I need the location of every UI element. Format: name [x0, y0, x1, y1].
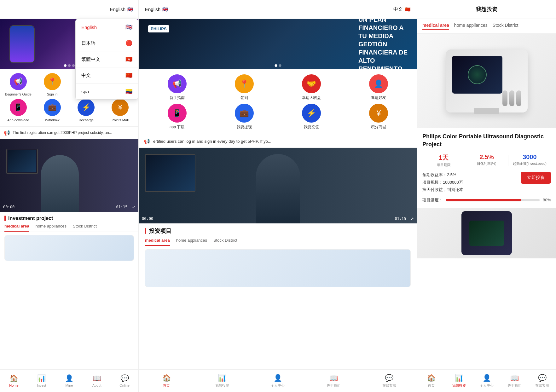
icon-circle-points: ¥ — [112, 99, 129, 116]
device2-screen — [469, 221, 504, 246]
icon-points-mall[interactable]: ¥ Points Mall — [104, 99, 136, 122]
icon-beginners-guide[interactable]: 📢 Beginner's Guide — [3, 73, 34, 96]
icon-mid-points[interactable]: ¥ 积分商城 — [347, 104, 411, 130]
stat-min: 3000 起购金额(invest.peso) — [508, 153, 551, 167]
dot-3 — [72, 64, 75, 67]
left-panel: English 🇬🇧 English 🇬🇧 日本語 🔴 繁體中文 🇭🇰 中文 🇨… — [0, 0, 139, 392]
lang-button-left[interactable]: English 🇬🇧 — [110, 7, 133, 12]
device2 — [461, 211, 512, 255]
nav-mine-right[interactable]: 👤 个人中心 — [473, 374, 501, 388]
monitor-left — [6, 149, 38, 174]
nav-label-home-right: 首页 — [428, 383, 435, 388]
banner-dots-mid — [275, 64, 281, 67]
invest-now-button[interactable]: 立即投资 — [521, 172, 551, 184]
nav-online-left[interactable]: 💬 Online — [111, 374, 138, 387]
lang-btn-mid-right[interactable]: 中文 🇨🇳 — [393, 6, 411, 12]
nav-online-right[interactable]: 💬 在线客服 — [528, 374, 556, 388]
nav-label-mine-right: 个人中心 — [480, 383, 494, 388]
lang-option-english[interactable]: English 🇬🇧 — [76, 19, 138, 35]
invest-tab-appliances-left[interactable]: home appliances — [36, 224, 67, 232]
nav-about-left[interactable]: 📖 About — [83, 374, 111, 387]
dot-mid-2 — [279, 64, 281, 67]
online-icon-left: 💬 — [120, 374, 129, 383]
icon-label-mid-withdraw: 我要提现 — [237, 124, 252, 130]
icon-withdraw[interactable]: 💼 Withdraw — [37, 99, 68, 122]
lang-dropdown-left[interactable]: English 🇬🇧 日本語 🔴 繁體中文 🇭🇰 中文 🇨🇳 spa 🇨🇴 — [75, 19, 138, 100]
invest-tab-stock-left[interactable]: Stock District — [73, 224, 97, 232]
invest-tabs-mid: medical area home appliances Stock Distr… — [139, 238, 417, 246]
icon-circle-withdraw: 💼 — [44, 99, 61, 116]
icon-circle-recharge: ⚡ — [78, 99, 95, 116]
bottom-nav-mid: 🏠 首页 📊 我想投资 👤 个人中心 📖 关于我们 💬 在线客服 — [139, 369, 417, 392]
cat-tab-medical-right[interactable]: medical area — [422, 23, 449, 30]
nav-invest-right[interactable]: 📊 我想投资 — [445, 374, 473, 388]
cat-tab-appliances-right[interactable]: home appliances — [454, 23, 488, 30]
icon-label-mid-guide: 新手指南 — [170, 95, 185, 101]
icon-mid-recharge[interactable]: ⚡ 我要充值 — [280, 104, 344, 130]
invest-icon-left: 📊 — [37, 374, 46, 383]
nav-mine-mid[interactable]: 👤 个人中心 — [250, 374, 306, 388]
product-card-left[interactable] — [4, 235, 134, 261]
probe-3 — [516, 90, 521, 106]
dot-2 — [68, 64, 71, 67]
nav-invest-mid[interactable]: 📊 我想投资 — [194, 374, 250, 388]
nav-label-home-mid: 首页 — [163, 383, 170, 388]
lang-label-left: English — [110, 7, 125, 12]
mine-icon-left: 👤 — [65, 374, 73, 383]
person-silhouette-left — [41, 155, 79, 212]
nav-mine-left[interactable]: 👤 Mine — [55, 374, 83, 387]
nav-home-left[interactable]: 🏠 Home — [0, 374, 28, 387]
nav-invest-left[interactable]: 📊 Invest — [28, 374, 55, 387]
icon-app-download[interactable]: 📱 App download — [3, 99, 34, 122]
cat-tab-stock-right[interactable]: Stock District — [493, 23, 518, 30]
nav-label-online-left: Online — [119, 383, 130, 387]
icon-label-mid-points: 积分商城 — [371, 124, 386, 130]
lang-option-traditional[interactable]: 繁體中文 🇭🇰 — [76, 51, 138, 67]
lang-option-chinese[interactable]: 中文 🇨🇳 — [76, 67, 138, 84]
icon-mid-signin[interactable]: 📍 签到 — [212, 74, 276, 101]
probe-2 — [509, 90, 514, 106]
invest-tab-medical-mid[interactable]: medical area — [145, 238, 170, 246]
stat-min-value: 3000 — [508, 153, 551, 161]
mid-panel: English 🇬🇧 中文 🇨🇳 PHILIPS UN PLANFINANCIE… — [139, 0, 417, 392]
cat-tabs-right: medical area home appliances Stock Distr… — [417, 19, 556, 34]
lang-option-label-tw: 繁體中文 — [81, 56, 100, 62]
icon-circle-mid-app: 📱 — [168, 104, 187, 123]
icon-mid-invite[interactable]: 👤 邀请好友 — [347, 74, 411, 101]
icon-recharge[interactable]: ⚡ Recharge — [71, 99, 102, 122]
nav-online-mid[interactable]: 💬 在线客服 — [361, 374, 417, 388]
announcement-left: 📢 The first registration can get 2000PHP… — [0, 126, 138, 139]
device-screen-content — [452, 56, 502, 94]
bottom-nav-right: 🏠 首页 📊 我想投资 👤 个人中心 📖 关于我们 💬 在线客服 — [417, 369, 556, 392]
nav-about-right[interactable]: 📖 关于我们 — [501, 374, 528, 388]
nav-about-mid[interactable]: 📖 关于我们 — [306, 374, 362, 388]
invest-tab-stock-mid[interactable]: Stock District — [213, 238, 237, 246]
product-image2-right — [417, 208, 556, 258]
invest-tab-appliances-mid[interactable]: home appliances — [176, 238, 207, 246]
banner-dots-left — [64, 64, 75, 67]
nav-home-right[interactable]: 🏠 首页 — [417, 374, 445, 388]
icon-mid-app[interactable]: 📱 app 下载 — [145, 104, 209, 130]
icon-mid-lucky[interactable]: 🤝 幸运大转盘 — [280, 74, 344, 101]
invest-tab-medical-left[interactable]: medical area — [4, 224, 29, 232]
icon-label-app: App download — [7, 118, 29, 122]
nav-home-mid[interactable]: 🏠 首页 — [139, 374, 194, 388]
video-mid[interactable]: 00:00 01:15 ⤢ — [139, 148, 417, 223]
nav-label-online-right: 在线客服 — [535, 383, 549, 388]
icon-label-recharge: Recharge — [79, 118, 94, 122]
icon-mid-withdraw[interactable]: 💼 我要提现 — [212, 104, 276, 130]
monitor-screen-mid — [146, 155, 195, 191]
product-card-mid[interactable] — [145, 249, 411, 287]
hero-banner-mid: PHILIPS UN PLANFINANCIERO ATU MEDIDAGEDT… — [139, 19, 417, 69]
flag-cn: 🇨🇳 — [125, 72, 132, 79]
stat-rate: 2.5% 日化利率(%) — [465, 153, 508, 167]
lang-option-spanish[interactable]: spa 🇨🇴 — [76, 84, 138, 99]
icon-circle-mid-withdraw: 💼 — [235, 104, 254, 123]
lang-btn-mid-left[interactable]: English 🇬🇧 — [145, 7, 168, 12]
bottom-nav-left: 🏠 Home 📊 Invest 👤 Mine 📖 About 💬 Online — [0, 369, 138, 392]
lang-flag-left: 🇬🇧 — [127, 7, 133, 12]
icon-mid-guide[interactable]: 📢 新手指南 — [145, 74, 209, 101]
lang-option-japanese[interactable]: 日本語 🔴 — [76, 35, 138, 51]
icon-sign-in[interactable]: 📍 Sign in — [37, 73, 68, 96]
video-left[interactable]: 00:00 01:15 ⤢ — [0, 139, 138, 212]
